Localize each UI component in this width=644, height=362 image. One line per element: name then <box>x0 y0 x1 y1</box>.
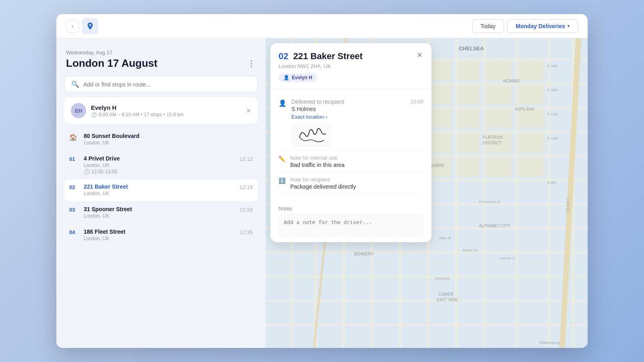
stop-details-04: 186 Fleet Street London, UK <box>84 228 235 242</box>
clock-icon: 🕐 <box>91 112 97 117</box>
top-bar: ‹ Today Monday Deliveries ▾ <box>56 14 588 38</box>
svg-rect-57 <box>458 133 480 152</box>
detail-address: 221 Baker Street <box>293 51 362 62</box>
detail-close-button[interactable]: ✕ <box>414 49 425 61</box>
svg-rect-29 <box>430 61 452 80</box>
svg-text:CHELSEA: CHELSEA <box>459 45 484 51</box>
svg-text:Avenue C: Avenue C <box>499 256 515 260</box>
stop-list: 🏠 80 Sunset Boulevard London, UK 01 4 Pr… <box>64 129 258 246</box>
today-button[interactable]: Today <box>472 19 504 33</box>
stop-item-04[interactable]: 04 186 Fleet Street London, UK 12:35 <box>64 224 258 246</box>
map-area: CHELSEA NOMAD KIPS BAY FLATIRON DISTRICT… <box>266 38 588 348</box>
delivery-recipient: S Holmes <box>291 106 405 112</box>
svg-rect-23 <box>266 324 588 326</box>
detail-subaddress: London NW1 2HA, UK <box>279 63 423 69</box>
stop-time-04: 12:35 <box>239 229 253 235</box>
svg-text:Williamsburg: Williamsburg <box>539 341 560 345</box>
back-button[interactable]: ‹ <box>66 20 79 33</box>
monday-label: Monday Deliveries <box>516 23 565 29</box>
svg-rect-40 <box>486 85 512 104</box>
note-recipient-text: Package delivered directly <box>290 183 356 190</box>
svg-rect-30 <box>458 61 480 80</box>
pencil-icon: ✏️ <box>279 156 285 162</box>
svg-rect-47 <box>430 109 452 128</box>
note-recipient-row: ℹ️ Note for recipient Package delivered … <box>279 173 423 194</box>
note-internal-text: Bad traffic in this area <box>290 162 345 168</box>
stop-item-02[interactable]: 02 221 Baker Street London, UK 12:19 <box>64 179 258 201</box>
delivery-info-row: 👤 Delivered to recipient S Holmes Exact … <box>279 95 423 151</box>
search-bar[interactable]: 🔍 <box>64 76 258 93</box>
svg-text:E 8th: E 8th <box>547 181 556 185</box>
person-icon: 👤 <box>283 75 289 80</box>
stop-details-03: 31 Spooner Street London, UK <box>84 206 235 220</box>
svg-rect-67 <box>486 157 512 177</box>
svg-rect-31 <box>486 61 512 80</box>
stop-city-03: London, UK <box>84 213 235 219</box>
driver-info: EH Evelyn H 🕐 8:00 AM – 9:10 AM • 17 sto… <box>71 103 184 118</box>
stop-city-01: London, UK <box>84 162 235 168</box>
stop-item-home[interactable]: 🏠 80 Sunset Boulevard London, UK <box>64 129 258 150</box>
svg-rect-48 <box>458 109 480 128</box>
delivery-time: 12:00 <box>410 99 423 105</box>
svg-rect-41 <box>518 85 544 104</box>
svg-rect-49 <box>486 109 512 128</box>
stop-item-01[interactable]: 01 4 Privet Drive London, UK 🕐 12:00-13:… <box>64 151 258 179</box>
stop-number-01: 01 <box>69 156 79 162</box>
svg-text:Allen St: Allen St <box>439 236 452 240</box>
stop-address-02: 221 Baker Street <box>84 183 235 190</box>
notes-section: Notes <box>270 201 431 242</box>
notes-input[interactable] <box>279 215 423 236</box>
close-driver-button[interactable]: ✕ <box>246 107 251 115</box>
notes-title: Notes <box>279 206 423 212</box>
svg-rect-22 <box>266 300 588 302</box>
exact-location-link[interactable]: Exact location › <box>291 114 405 120</box>
top-bar-left: ‹ <box>66 18 98 34</box>
svg-text:NOMAD: NOMAD <box>503 78 520 83</box>
svg-text:Delancey: Delancey <box>435 276 450 280</box>
detail-driver-tag: 👤 Evelyn H <box>279 73 317 82</box>
driver-name: Evelyn H <box>91 104 184 111</box>
stop-item-03[interactable]: 03 31 Spooner Street London, UK 12:28 <box>64 202 258 224</box>
stop-number-02: 02 <box>69 184 79 190</box>
signature-svg <box>293 125 330 145</box>
detail-stop-number-row: 02 221 Baker Street <box>279 51 423 62</box>
delivery-info-content: Delivered to recipient S Holmes Exact lo… <box>291 99 405 147</box>
svg-text:DISTRICT: DISTRICT <box>483 141 502 145</box>
svg-rect-66 <box>458 157 480 177</box>
stop-time-window-01: 🕐 12:00-13:00 <box>84 169 235 175</box>
stop-details-02: 221 Baker Street London, UK <box>84 183 235 197</box>
svg-text:BOWERY: BOWERY <box>354 251 374 256</box>
stop-number-04: 04 <box>69 229 79 235</box>
svg-text:FDR Dr: FDR Dr <box>566 199 570 213</box>
more-options-icon[interactable]: ⋮ <box>247 59 256 68</box>
svg-text:E 14th: E 14th <box>547 136 558 140</box>
clock-icon: 🕐 <box>84 169 90 175</box>
detail-stop-num-label: 02 <box>279 51 288 62</box>
stop-address: 80 Sunset Boulevard <box>84 133 253 139</box>
svg-rect-20 <box>266 251 588 254</box>
route-date: Wednesday, Aug 17 <box>66 49 256 56</box>
svg-rect-59 <box>518 133 544 152</box>
stop-address-01: 4 Privet Drive <box>84 155 235 162</box>
stop-number-03: 03 <box>69 207 79 213</box>
note-recipient-label: Note for recipient <box>290 177 356 183</box>
driver-details: Evelyn H 🕐 8:00 AM – 9:10 AM • 17 stops … <box>91 104 184 117</box>
svg-text:KIPS BAY: KIPS BAY <box>515 107 535 111</box>
stop-time-03: 12:28 <box>239 207 253 213</box>
detail-header: ✕ 02 221 Baker Street London NW1 2HA, UK… <box>270 43 431 89</box>
driver-card: EH Evelyn H 🕐 8:00 AM – 9:10 AM • 17 sto… <box>64 97 258 124</box>
driver-meta: 🕐 8:00 AM – 9:10 AM • 17 stops • 10.9 km <box>91 112 184 117</box>
stop-city-04: London, UK <box>84 236 235 241</box>
top-bar-right: Today Monday Deliveries ▾ <box>472 19 578 33</box>
route-header: Wednesday, Aug 17 London 17 August ⋮ <box>64 46 258 76</box>
monday-deliveries-button[interactable]: Monday Deliveries ▾ <box>507 19 578 33</box>
location-icon-button[interactable] <box>82 18 98 34</box>
delivery-status: Delivered to recipient <box>291 99 405 105</box>
search-input[interactable] <box>83 81 251 88</box>
svg-text:FLATIRON: FLATIRON <box>483 135 503 140</box>
svg-rect-32 <box>518 61 544 80</box>
driver-avatar: EH <box>71 103 86 118</box>
person-delivery-icon: 👤 <box>279 99 287 107</box>
svg-text:EAST SIDE: EAST SIDE <box>437 298 458 302</box>
chevron-down-icon: ▾ <box>568 24 570 28</box>
